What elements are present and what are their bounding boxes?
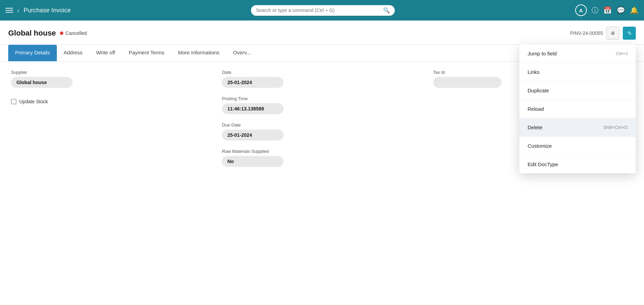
update-stock-col: Update Stock [11,96,211,104]
tab-write-off[interactable]: Write off [89,45,122,61]
dropdown-jump-to-field[interactable]: Jump to field Ctrl+J [519,44,636,63]
tab-more-informations[interactable]: More Informations [171,45,226,61]
dropdown-menu: Jump to field Ctrl+J Links Duplicate Rel… [519,44,636,173]
raw-materials-label: Raw Materials Supplied [222,149,422,154]
due-date-col: Due Date 25-01-2024 [222,122,422,141]
chat-icon[interactable]: 💬 [617,6,625,14]
search-input[interactable] [256,8,380,13]
due-date-value[interactable]: 25-01-2024 [222,130,283,141]
status-label: Cancelled [65,30,87,36]
doc-header: Global house Cancelled PINV-24-00055 ≡ ✎ [0,21,644,45]
status-dot [60,31,63,35]
back-button[interactable]: ‹ [17,6,20,14]
dropdown-duplicate[interactable]: Duplicate [519,81,636,100]
tab-payment-terms[interactable]: Payment Terms [122,45,171,61]
posting-time-label: Posting Time [222,96,422,101]
tab-overview[interactable]: Overv... [226,45,257,61]
search-icon: 🔍 [383,7,390,14]
edit-button[interactable]: ✎ [623,27,636,40]
topnav: ‹ Purchase Invoice 🔍 A ⓘ 📅 💬 🔔 [0,0,644,21]
app-title: Purchase Invoice [24,7,71,14]
dropdown-links[interactable]: Links [519,63,636,81]
dropdown-edit-doctype[interactable]: Edit DocType [519,155,636,173]
page-body: Global house Cancelled PINV-24-00055 ≡ ✎… [0,21,644,305]
date-value[interactable]: 25-01-2024 [222,77,283,88]
nav-icons: A ⓘ 📅 💬 🔔 [575,4,639,16]
due-date-label: Due Date [222,122,422,128]
shortcut-delete: Shift+Ctrl+D [603,125,628,130]
update-stock-label: Update Stock [19,99,48,104]
dropdown-customize[interactable]: Customize [519,137,636,155]
update-stock-checkbox[interactable] [11,99,16,104]
supplier-label: Supplier [11,70,211,75]
shortcut-jump: Ctrl+J [616,51,628,56]
dropdown-delete[interactable]: Delete Shift+Ctrl+D [519,118,636,137]
calendar-icon[interactable]: 📅 [603,6,612,14]
doc-header-right: PINV-24-00055 ≡ ✎ [570,27,636,40]
status-badge: Cancelled [60,30,87,36]
kebab-button[interactable]: ≡ [606,27,619,40]
dropdown-reload[interactable]: Reload [519,100,636,118]
search-box: 🔍 [251,5,395,16]
tab-primary-details[interactable]: Primary Details [8,45,57,61]
tab-address[interactable]: Address [57,45,89,61]
search-area: 🔍 [75,5,571,16]
doc-title-area: Global house Cancelled [8,29,87,38]
date-label: Date [222,70,422,75]
raw-materials-col: Raw Materials Supplied No [222,149,422,167]
raw-materials-value[interactable]: No [222,156,283,167]
doc-title: Global house [8,29,56,38]
doc-id: PINV-24-00055 [570,30,603,36]
tax-id-value[interactable] [433,77,502,88]
posting-time-value[interactable]: 11:46:13.138589 [222,103,283,114]
hamburger-menu[interactable] [5,8,13,13]
update-stock-row: Update Stock [11,99,211,104]
notification-icon[interactable]: 🔔 [630,6,639,14]
supplier-col: Supplier Global house [11,70,211,88]
posting-time-col: Posting Time 11:46:13.138589 [222,96,422,114]
help-icon[interactable]: ⓘ [592,6,598,15]
avatar[interactable]: A [575,4,587,16]
supplier-value[interactable]: Global house [11,77,73,88]
date-col: Date 25-01-2024 [222,70,422,88]
